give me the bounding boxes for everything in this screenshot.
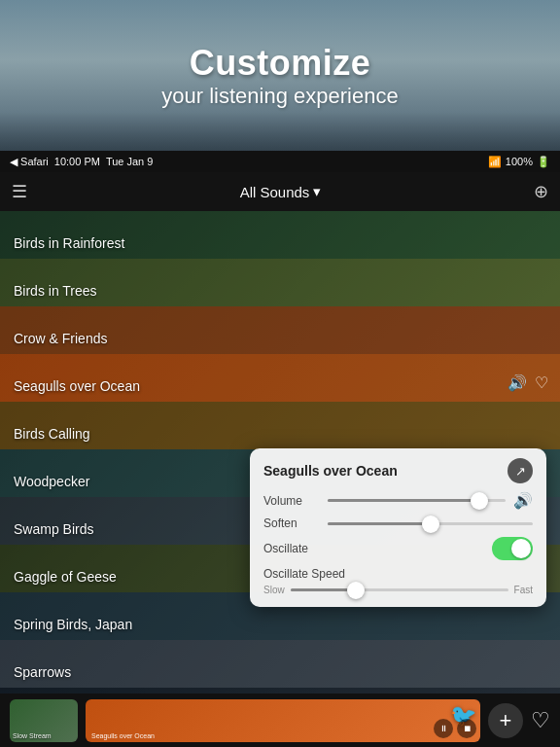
sound-item-label: Sparrows xyxy=(0,664,71,680)
status-date: Tue Jan 9 xyxy=(106,156,154,167)
hero-title: Customize xyxy=(190,43,371,84)
sound-item-label: Birds in Rainforest xyxy=(0,235,124,251)
sound-item-label: Birds in Trees xyxy=(0,283,97,299)
now-playing-label: Seagulls over Ocean xyxy=(91,732,155,739)
sound-item-actions: 🔊 ♡ xyxy=(508,374,548,392)
volume-action-icon[interactable]: 🔊 xyxy=(508,374,527,392)
oscillate-label: Oscillate xyxy=(263,542,320,555)
slow-stream-label: Slow Stream xyxy=(13,732,52,739)
status-left: ◀ Safari 10:00 PM Tue Jan 9 xyxy=(10,156,153,168)
heart-action-icon[interactable]: ♡ xyxy=(535,374,548,392)
pause-button[interactable]: ⏸ xyxy=(434,719,453,738)
sound-item-label: Woodpecker xyxy=(0,474,89,489)
speed-slider[interactable] xyxy=(291,588,508,591)
volume-label: Volume xyxy=(263,494,320,508)
nav-bar: ☰ All Sounds ▾ ⊕ xyxy=(0,172,560,211)
chevron-down-icon: ▾ xyxy=(313,183,321,200)
oscillate-toggle[interactable] xyxy=(492,537,533,560)
soften-slider[interactable] xyxy=(328,522,533,525)
add-icon: + xyxy=(500,708,512,733)
now-playing-left[interactable]: Slow Stream xyxy=(10,699,78,742)
sound-item-label: Swamp Birds xyxy=(0,521,93,537)
nav-title: All Sounds xyxy=(240,184,310,200)
popup-header: Seagulls over Ocean ↗ xyxy=(263,458,533,483)
oscillate-speed-label: Oscillate Speed xyxy=(263,567,533,581)
bottom-bar: Slow Stream 🐦 Seagulls over Ocean ⏸ ⏹ + … xyxy=(0,694,560,747)
sound-item-crow-&-friends[interactable]: Crow & Friends xyxy=(0,306,560,354)
status-right: 📶 100% 🔋 xyxy=(488,156,550,168)
wifi-icon: 📶 xyxy=(488,156,502,168)
hero-subtitle: your listening experience xyxy=(161,84,398,109)
heart-icon: ♡ xyxy=(531,708,550,732)
oscillate-speed-section: Oscillate Speed Slow Fast xyxy=(263,567,533,595)
sound-item-birds-in-rainforest[interactable]: Birds in Rainforest xyxy=(0,211,560,259)
slow-label: Slow xyxy=(263,585,285,595)
battery-icon: 🔋 xyxy=(537,156,550,168)
volume-slider[interactable] xyxy=(328,499,506,502)
expand-icon: ↗ xyxy=(515,464,526,479)
cast-icon[interactable]: ⊕ xyxy=(534,181,548,202)
fast-label: Fast xyxy=(514,585,533,595)
all-sounds-dropdown[interactable]: All Sounds ▾ xyxy=(240,183,322,200)
sound-item-label: Seagulls over Ocean xyxy=(0,378,140,394)
soften-label: Soften xyxy=(263,516,320,530)
sound-item-overlay xyxy=(0,640,560,688)
sound-item-label: Spring Birds, Japan xyxy=(0,617,132,632)
toggle-knob xyxy=(511,539,531,558)
sound-item-label: Crow & Friends xyxy=(0,331,107,346)
stop-button[interactable]: ⏹ xyxy=(457,719,476,738)
heart-button[interactable]: ♡ xyxy=(531,708,550,733)
now-playing-main[interactable]: 🐦 Seagulls over Ocean ⏸ ⏹ xyxy=(86,699,480,742)
hero-banner: Customize your listening experience xyxy=(0,0,560,151)
oscillate-row: Oscillate xyxy=(263,537,533,560)
volume-row: Volume 🔊 xyxy=(263,491,533,510)
status-bar: ◀ Safari 10:00 PM Tue Jan 9 📶 100% 🔋 xyxy=(0,151,560,172)
speed-row: Slow Fast xyxy=(263,585,533,595)
battery-label: 100% xyxy=(506,156,533,167)
expand-button[interactable]: ↗ xyxy=(508,458,533,483)
sound-item-label: Birds Calling xyxy=(0,426,90,442)
popup-title: Seagulls over Ocean xyxy=(263,463,398,479)
safari-back[interactable]: ◀ Safari xyxy=(10,156,49,168)
status-time: 10:00 PM xyxy=(54,156,100,167)
now-playing-controls: ⏸ ⏹ xyxy=(434,719,476,738)
sound-item-birds-calling[interactable]: Birds Calling xyxy=(0,402,560,449)
popup-panel: Seagulls over Ocean ↗ Volume 🔊 Soften Os… xyxy=(250,448,546,607)
sound-item-label: Gaggle of Geese xyxy=(0,569,117,585)
add-button[interactable]: + xyxy=(488,703,523,738)
hamburger-icon[interactable]: ☰ xyxy=(12,181,27,202)
volume-icon: 🔊 xyxy=(513,491,533,510)
sound-item-sparrows[interactable]: Sparrows xyxy=(0,640,560,688)
sound-item-seagulls-over-ocean[interactable]: Seagulls over Ocean 🔊 ♡ xyxy=(0,354,560,402)
soften-row: Soften xyxy=(263,516,533,530)
sound-item-birds-in-trees[interactable]: Birds in Trees xyxy=(0,259,560,306)
